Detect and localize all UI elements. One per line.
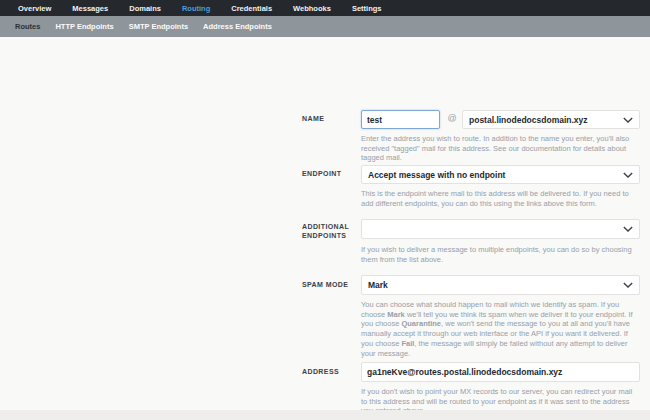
page-footer-strip xyxy=(0,410,650,420)
subtab-http-endpoints[interactable]: HTTP Endpoints xyxy=(55,22,113,31)
additional-endpoints-label: ADDITIONAL ENDPOINTS xyxy=(302,223,354,240)
chevron-down-icon xyxy=(623,282,633,288)
tab-domains[interactable]: Domains xyxy=(129,4,161,13)
endpoint-help-text: This is the endpoint where mail to this … xyxy=(361,189,637,208)
subtab-smtp-endpoints[interactable]: SMTP Endpoints xyxy=(129,22,188,31)
additional-endpoints-select[interactable] xyxy=(361,219,640,239)
tab-routing[interactable]: Routing xyxy=(182,4,210,13)
name-help-text: Enter the address you wish to route. In … xyxy=(361,134,637,163)
domain-select[interactable]: postal.linodedocsdomain.xyz xyxy=(462,110,640,129)
tab-webhooks[interactable]: Webhooks xyxy=(293,4,331,13)
subtab-routes[interactable]: Routes xyxy=(15,22,40,31)
tab-credentials[interactable]: Credentials xyxy=(231,4,272,13)
subtab-address-endpoints[interactable]: Address Endpoints xyxy=(203,22,272,31)
name-label: NAME xyxy=(302,115,324,124)
spam-mode-select-value: Mark xyxy=(368,280,619,290)
endpoint-select[interactable]: Accept message with no endpoint xyxy=(361,165,640,184)
domain-select-value: postal.linodedocsdomain.xyz xyxy=(469,115,619,125)
at-sign: @ xyxy=(445,113,459,123)
postal-routing-page: Overview Messages Domains Routing Creden… xyxy=(0,0,650,420)
address-input[interactable] xyxy=(361,362,640,382)
tab-settings[interactable]: Settings xyxy=(352,4,382,13)
endpoint-label: ENDPOINT xyxy=(302,170,341,179)
spam-mode-help-text: You can choose what should happen to mai… xyxy=(361,300,637,358)
route-form: NAME @ postal.linodedocsdomain.xyz Enter… xyxy=(0,37,650,410)
address-label: ADDRESS xyxy=(302,368,339,377)
chevron-down-icon xyxy=(623,226,633,232)
spam-mode-label: SPAM MODE xyxy=(302,281,348,290)
top-navigation: Overview Messages Domains Routing Creden… xyxy=(0,0,650,16)
spam-mode-select[interactable]: Mark xyxy=(361,275,640,295)
tab-messages[interactable]: Messages xyxy=(72,4,108,13)
chevron-down-icon xyxy=(623,117,633,123)
tab-overview[interactable]: Overview xyxy=(18,4,51,13)
chevron-down-icon xyxy=(623,172,633,178)
sub-navigation: Routes HTTP Endpoints SMTP Endpoints Add… xyxy=(0,16,650,37)
endpoint-select-value: Accept message with no endpoint xyxy=(368,170,619,180)
additional-endpoints-help-text: If you wish to deliver a message to mult… xyxy=(361,245,637,264)
name-input[interactable] xyxy=(361,110,440,129)
